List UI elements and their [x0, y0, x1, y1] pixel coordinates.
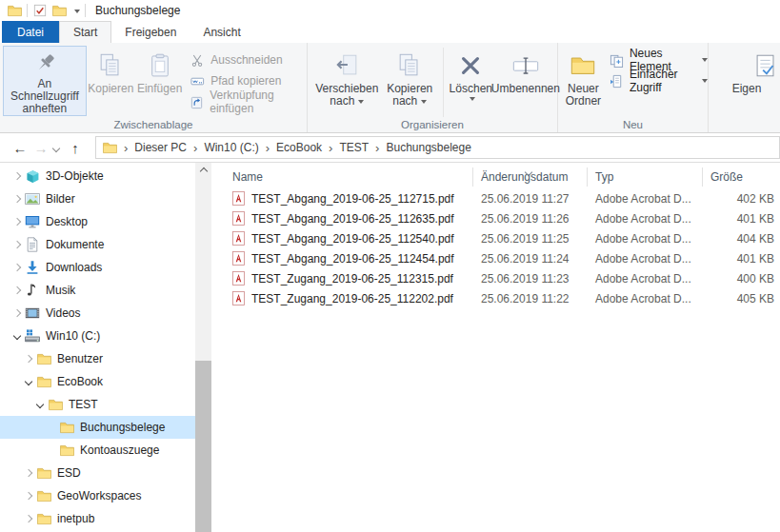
chevron-right-icon[interactable]	[23, 516, 34, 522]
3d-objects-icon	[23, 169, 42, 184]
column-header-name[interactable]: Name	[211, 167, 473, 187]
chevron-right-icon[interactable]	[11, 173, 23, 179]
tab-ansicht[interactable]: Ansicht	[190, 21, 253, 43]
chevron-right-icon[interactable]	[11, 242, 23, 247]
file-size: 400 KB	[703, 272, 780, 286]
breadcrumb-ecobook[interactable]: EcoBook	[274, 141, 324, 154]
address-breadcrumb-box[interactable]: › Dieser PC › Win10 (C:) › EcoBook › TES…	[95, 136, 780, 159]
copy-button[interactable]: Kopieren	[87, 46, 135, 116]
file-row[interactable]: TEST_Abgang_2019-06-25_112540.pdf 25.06.…	[211, 228, 780, 248]
new-folder-button[interactable]: Neuer Ordner	[563, 46, 604, 116]
chevron-down-icon[interactable]	[23, 379, 34, 384]
delete-button[interactable]: Löschen	[448, 46, 494, 116]
sidebar-item-videos[interactable]: Videos	[0, 302, 195, 325]
move-to-button[interactable]: Verschieben nach	[313, 46, 381, 116]
chevron-right-icon[interactable]	[23, 470, 34, 476]
chevron-right-icon[interactable]	[11, 310, 23, 316]
customize-quick-access-caret-icon[interactable]	[70, 4, 80, 17]
sidebar-item-bilder[interactable]: Bilder	[0, 187, 195, 210]
main-area: 3D-Objekte Bilder Desktop Dokumente	[0, 163, 780, 532]
sidebar-item-kontoauszuege[interactable]: Kontoauszuege	[0, 439, 195, 462]
file-row[interactable]: TEST_Abgang_2019-06-25_112635.pdf 25.06.…	[211, 208, 780, 228]
quick-access-properties-button[interactable]	[30, 1, 50, 20]
up-button[interactable]: ↑	[65, 140, 86, 156]
cut-button[interactable]: Ausschneiden	[190, 49, 307, 70]
sidebar-item-label: Win10 (C:)	[42, 329, 100, 343]
paste-shortcut-button[interactable]: Verknüpfung einfügen	[190, 91, 307, 112]
button-label: Ausschneiden	[210, 53, 282, 67]
tab-datei[interactable]: Datei	[2, 21, 59, 43]
copy-to-button[interactable]: Kopieren nach	[381, 46, 439, 116]
clipboard-icon	[147, 49, 173, 83]
breadcrumb-separator-icon[interactable]: ›	[189, 141, 202, 155]
videos-icon	[23, 305, 42, 321]
file-row[interactable]: TEST_Abgang_2019-06-25_112715.pdf 25.06.…	[211, 188, 780, 208]
forward-button[interactable]: →	[30, 140, 51, 156]
chevron-right-icon[interactable]	[11, 196, 23, 202]
sidebar-item-label: GeoWorkspaces	[53, 489, 141, 502]
file-row[interactable]: TEST_Zugang_2019-06-25_112315.pdf 25.06.…	[211, 268, 780, 288]
breadcrumb-buchungsbelege[interactable]: Buchungsbelege	[384, 141, 472, 154]
sidebar-scrollbar[interactable]	[195, 163, 211, 532]
column-header-groesse[interactable]: Größe	[703, 167, 780, 187]
sidebar-item-benutzer[interactable]: Benutzer	[0, 347, 195, 370]
folder-icon	[34, 467, 53, 480]
ribbon-group-oeffnen: Eigen	[709, 43, 780, 132]
pdf-file-icon	[232, 251, 245, 266]
chevron-down-icon[interactable]	[34, 402, 46, 407]
button-label: anheften	[23, 103, 68, 115]
button-label: An Schnellzugriff	[4, 78, 86, 103]
easy-access-button[interactable]: Einfacher Zugriff	[610, 70, 708, 91]
sidebar-item-ecobook[interactable]: EcoBook	[0, 370, 195, 393]
chevron-right-icon[interactable]	[23, 493, 34, 499]
sidebar-item-dokumente[interactable]: Dokumente	[0, 233, 195, 256]
scrollbar-thumb[interactable]	[195, 361, 211, 532]
quick-access-new-folder-button[interactable]	[50, 1, 69, 20]
up-arrow-icon: ↑	[71, 140, 79, 156]
easy-access-icon	[610, 73, 624, 89]
button-label: Ordner	[566, 95, 601, 108]
breadcrumb-win10-c[interactable]: Win10 (C:)	[202, 141, 260, 154]
sidebar-item-3d-objekte[interactable]: 3D-Objekte	[0, 165, 195, 187]
sidebar-item-geoworkspaces[interactable]: GeoWorkspaces	[0, 484, 195, 507]
chevron-right-icon[interactable]	[11, 219, 23, 225]
chevron-right-icon[interactable]	[11, 265, 23, 270]
breadcrumb-test[interactable]: TEST	[337, 141, 370, 154]
breadcrumb-separator-icon[interactable]: ›	[370, 141, 384, 155]
new-folder-icon	[569, 49, 597, 83]
sidebar-item-downloads[interactable]: Downloads	[0, 256, 195, 279]
breadcrumb-separator-icon[interactable]: ›	[119, 141, 132, 155]
chevron-right-icon[interactable]	[11, 287, 23, 293]
dropdown-caret-icon	[421, 100, 427, 104]
column-header-typ[interactable]: Typ	[588, 167, 703, 187]
file-row[interactable]: TEST_Zugang_2019-06-25_112202.pdf 25.06.…	[211, 288, 780, 308]
properties-button[interactable]: Eigen	[713, 46, 780, 116]
sidebar-item-musik[interactable]: Musik	[0, 279, 195, 302]
tab-start[interactable]: Start	[59, 21, 111, 43]
sidebar-item-label: Buchungsbelege	[76, 421, 165, 434]
explorer-app-icon	[5, 1, 24, 20]
sidebar-item-inetpub[interactable]: inetpub	[0, 507, 195, 530]
scrollbar-up-arrow-icon[interactable]	[195, 163, 211, 179]
button-label: Verknüpfung einfügen	[210, 89, 307, 115]
breadcrumb-separator-icon[interactable]: ›	[324, 141, 337, 155]
pin-to-quick-access-button[interactable]: An Schnellzugriff anheften	[3, 46, 87, 116]
sidebar-item-desktop[interactable]: Desktop	[0, 210, 195, 233]
file-date: 25.06.2019 11:25	[473, 232, 588, 246]
paste-button[interactable]: Einfügen	[135, 46, 184, 116]
back-button[interactable]: ←	[10, 140, 30, 156]
breadcrumb-separator-icon[interactable]: ›	[261, 141, 274, 155]
breadcrumb-dieser-pc[interactable]: Dieser PC	[132, 141, 189, 154]
file-row[interactable]: TEST_Abgang_2019-06-25_112454.pdf 25.06.…	[211, 248, 780, 268]
recent-locations-button[interactable]	[53, 141, 59, 154]
chevron-right-icon[interactable]	[23, 356, 34, 362]
rename-button[interactable]: Umbenennen	[494, 46, 557, 116]
ribbon-tab-band: Datei Start Freigeben Ansicht	[0, 21, 780, 43]
sidebar-item-test[interactable]: TEST	[0, 393, 195, 416]
tab-freigeben[interactable]: Freigeben	[111, 21, 190, 43]
sidebar-item-win10-c[interactable]: Win10 (C:)	[0, 325, 195, 347]
pdf-file-icon	[232, 191, 245, 206]
sidebar-item-buchungsbelege[interactable]: Buchungsbelege	[0, 416, 195, 439]
chevron-down-icon[interactable]	[11, 333, 23, 339]
sidebar-item-esd[interactable]: ESD	[0, 462, 195, 484]
